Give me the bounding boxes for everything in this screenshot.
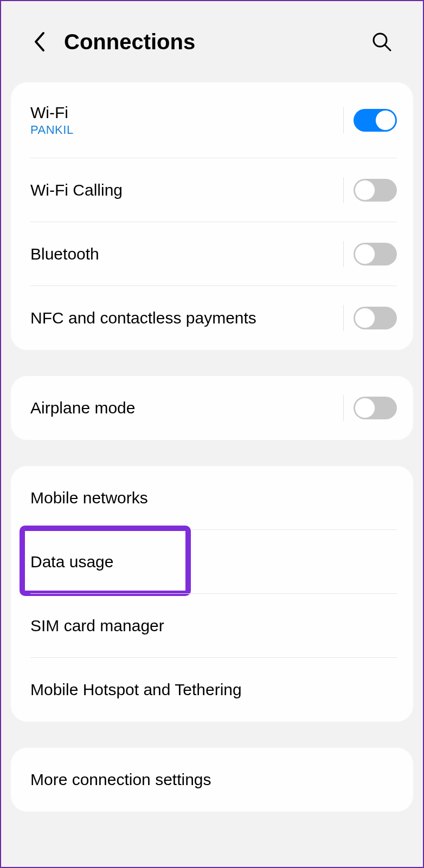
toggle-separator <box>343 107 344 133</box>
nfc-toggle[interactable] <box>354 307 397 329</box>
airplane-mode-row[interactable]: Airplane mode <box>11 376 413 440</box>
wifi-network-name: PANKIL <box>30 123 74 137</box>
data-usage-label: Data usage <box>30 553 113 571</box>
settings-group: Mobile networks Data usage SIM card mana… <box>11 466 413 722</box>
mobile-networks-label: Mobile networks <box>30 489 148 507</box>
toggle-wrap <box>343 177 397 203</box>
search-icon[interactable] <box>371 31 393 53</box>
settings-group: More connection settings <box>11 748 413 812</box>
airplane-mode-toggle[interactable] <box>354 397 397 419</box>
header: Connections <box>1 1 423 82</box>
toggle-wrap <box>343 241 397 267</box>
toggle-wrap <box>343 395 397 421</box>
nfc-row[interactable]: NFC and contactless payments <box>11 286 413 350</box>
settings-group: Wi-Fi PANKIL Wi-Fi Calling Bluetooth NFC… <box>11 82 413 350</box>
bluetooth-label: Bluetooth <box>30 245 99 263</box>
toggle-separator <box>343 395 344 421</box>
sim-card-manager-label: SIM card manager <box>30 617 164 635</box>
svg-line-1 <box>385 45 390 50</box>
more-connection-settings-row[interactable]: More connection settings <box>11 748 413 812</box>
wifi-calling-label: Wi-Fi Calling <box>30 181 123 199</box>
toggle-wrap <box>343 107 397 133</box>
toggle-separator <box>343 177 344 203</box>
wifi-row[interactable]: Wi-Fi PANKIL <box>11 82 413 158</box>
wifi-label: Wi-Fi <box>30 103 74 122</box>
data-usage-row[interactable]: Data usage <box>11 530 413 594</box>
header-left: Connections <box>12 30 195 54</box>
toggle-wrap <box>343 305 397 331</box>
bluetooth-row[interactable]: Bluetooth <box>11 222 413 286</box>
toggle-separator <box>343 241 344 267</box>
more-connection-settings-label: More connection settings <box>30 770 211 789</box>
mobile-networks-row[interactable]: Mobile networks <box>11 466 413 530</box>
mobile-hotspot-label: Mobile Hotspot and Tethering <box>30 681 242 699</box>
wifi-calling-toggle[interactable] <box>354 179 397 202</box>
toggle-separator <box>343 305 344 331</box>
wifi-calling-row[interactable]: Wi-Fi Calling <box>11 158 413 222</box>
back-icon[interactable] <box>28 31 50 53</box>
bluetooth-toggle[interactable] <box>354 243 397 265</box>
sim-card-manager-row[interactable]: SIM card manager <box>11 594 413 658</box>
row-text: Wi-Fi PANKIL <box>30 103 74 137</box>
wifi-toggle[interactable] <box>354 109 397 132</box>
settings-group: Airplane mode <box>11 376 413 440</box>
nfc-label: NFC and contactless payments <box>30 309 256 327</box>
mobile-hotspot-row[interactable]: Mobile Hotspot and Tethering <box>11 658 413 722</box>
airplane-mode-label: Airplane mode <box>30 399 135 417</box>
page-title: Connections <box>64 30 195 54</box>
